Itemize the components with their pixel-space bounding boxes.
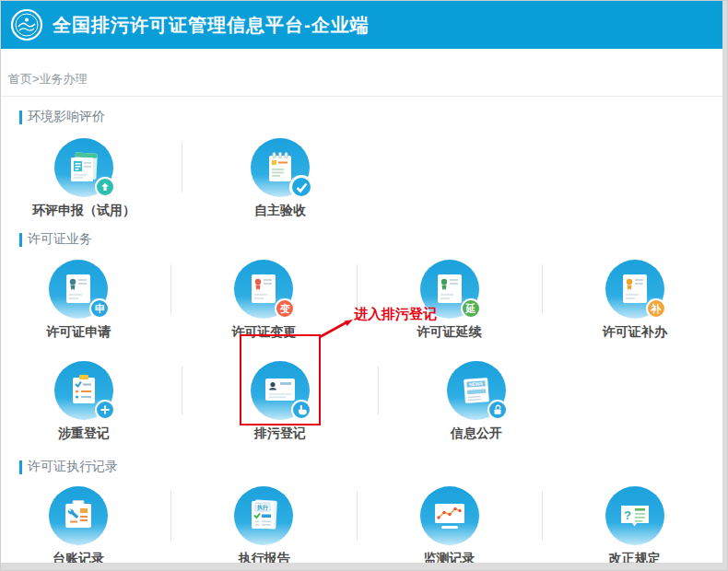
section-title-exec: 许可证执行记录 <box>19 459 727 475</box>
hand-pointer-icon <box>291 400 311 420</box>
row-eia: 环评申报（试用） 自主验收 <box>0 138 727 219</box>
upload-arrow-icon <box>95 177 115 197</box>
app-item-permit-apply[interactable]: 申 许可证申请 <box>0 260 170 341</box>
section-bar-icon <box>19 460 22 474</box>
execution-report-icon: 执行 <box>234 486 293 545</box>
app-item-discharge-registration[interactable]: 排污登记 <box>182 361 378 442</box>
app-item-label: 自主验收 <box>254 203 306 219</box>
permit-apply-icon: 申 <box>49 260 108 319</box>
mee-logo-icon <box>10 8 43 41</box>
app-item-eia-declare[interactable]: 环评申报（试用） <box>0 138 182 219</box>
app-item-label: 排污登记 <box>254 425 306 442</box>
app-item-label: 涉重登记 <box>58 425 110 442</box>
app-window: 全国排污许可证管理信息平台-企业端 首页>业务办理 环境影响评价 <box>0 0 728 571</box>
app-item-label: 许可证申请 <box>46 324 111 341</box>
app-item-ledger-records[interactable]: 台账记录 <box>0 486 170 567</box>
app-item-label: 信息公开 <box>451 425 502 442</box>
monitoring-records-icon <box>420 486 479 545</box>
row-exec: 台账记录 执行 执行报告 <box>0 486 727 567</box>
section-bar-icon <box>19 111 22 124</box>
discharge-registration-icon <box>251 361 310 420</box>
unlock-icon <box>487 400 508 420</box>
news-text: NEWS <box>469 380 484 387</box>
eia-declare-icon <box>54 138 113 197</box>
app-item-execution-report[interactable]: 执行 执行报告 <box>171 486 356 567</box>
section-title-eia: 环境影响评价 <box>19 109 727 125</box>
correction-rules-icon: ? <box>605 486 664 545</box>
vertical-scrollbar[interactable] <box>722 1 727 570</box>
section-title-text: 许可证业务 <box>28 231 92 248</box>
app-item-monitoring-records[interactable]: 监测记录 <box>357 486 541 567</box>
app-item-label: 许可证变更 <box>231 324 296 341</box>
app-item-label: 环评申报（试用） <box>32 203 135 219</box>
badge-apply: 申 <box>89 298 110 319</box>
self-acceptance-icon <box>251 138 310 197</box>
app-item-info-disclosure[interactable]: NEWS 信息公开 <box>379 361 574 442</box>
checkmark-icon <box>289 175 313 199</box>
badge-change: 变 <box>275 298 295 319</box>
exec-label-text: 执行 <box>256 504 268 511</box>
app-item-correction-rules[interactable]: ? 改正规定 <box>543 486 727 567</box>
page-title: 全国排污许可证管理信息平台-企业端 <box>53 13 370 38</box>
breadcrumb[interactable]: 首页>业务办理 <box>1 49 727 97</box>
badge-reissue: 补 <box>646 298 666 319</box>
permit-renew-icon: 延 <box>420 260 479 319</box>
permit-reissue-icon: 补 <box>605 260 664 319</box>
row-permit-1: 申 许可证申请 变 许可证变更 <box>0 260 727 341</box>
ledger-records-icon <box>49 486 108 545</box>
app-item-self-acceptance[interactable]: 自主验收 <box>182 138 378 219</box>
question-mark-text: ? <box>624 508 631 522</box>
app-item-permit-renew[interactable]: 延 许可证延续 <box>357 260 541 341</box>
header-bar: 全国排污许可证管理信息平台-企业端 <box>1 1 727 49</box>
app-item-heavy-metal-registration[interactable]: 涉重登记 <box>0 361 182 442</box>
app-item-label: 许可证补办 <box>603 324 667 341</box>
badge-renew: 延 <box>461 298 481 319</box>
row-permit-2: 涉重登记 排污登记 <box>0 361 727 442</box>
section-title-text: 许可证执行记录 <box>28 459 118 475</box>
permit-change-icon: 变 <box>234 260 293 319</box>
section-bar-icon <box>19 233 22 247</box>
info-disclosure-icon: NEWS <box>447 361 506 420</box>
app-item-permit-change[interactable]: 变 许可证变更 <box>171 260 356 341</box>
app-item-permit-reissue[interactable]: 补 许可证补办 <box>543 260 727 341</box>
app-item-label: 许可证延续 <box>417 324 482 341</box>
plus-icon <box>95 400 115 420</box>
section-title-permit: 许可证业务 <box>19 231 727 248</box>
heavy-metal-registration-icon <box>54 361 113 420</box>
section-title-text: 环境影响评价 <box>28 109 105 125</box>
horizontal-scrollbar[interactable] <box>1 563 727 570</box>
